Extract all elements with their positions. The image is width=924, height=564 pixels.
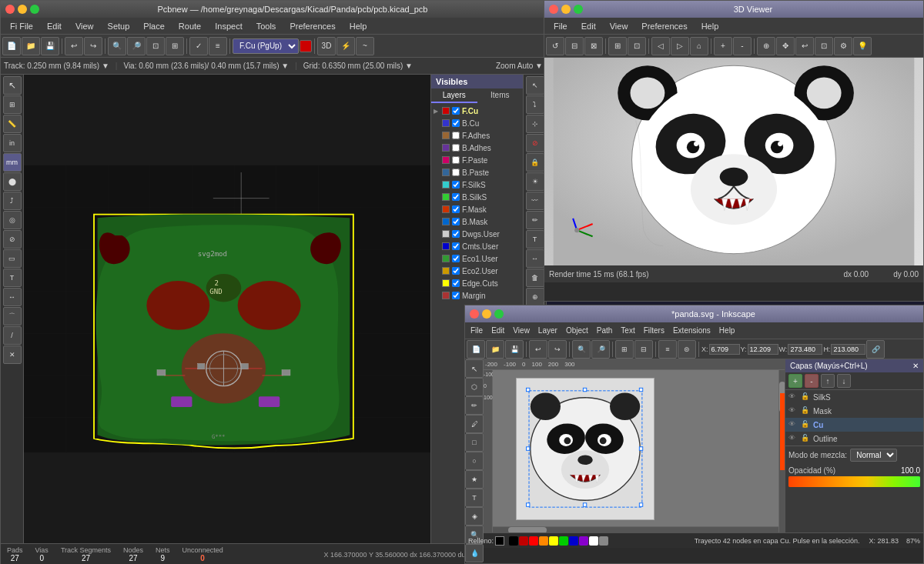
grid-tool[interactable]: ⊞: [3, 95, 22, 114]
ink-menu-extensions[interactable]: Extensions: [669, 325, 715, 336]
netlist-button[interactable]: ≡: [209, 37, 227, 55]
ink-star-tool[interactable]: ★: [465, 470, 484, 489]
3d-view-btn[interactable]: 3D: [317, 37, 336, 55]
3d-axes-btn[interactable]: ⊕: [757, 37, 775, 55]
layer-mask[interactable]: 👁 🔓 Mask: [785, 404, 923, 418]
inkscape-maximize[interactable]: [494, 309, 504, 319]
layer-check-bcu[interactable]: [452, 119, 460, 127]
add-layer-btn[interactable]: +: [788, 374, 802, 388]
scrollbar-horizontal[interactable]: [493, 526, 778, 532]
layer-silks-eye[interactable]: 👁: [788, 392, 798, 402]
viewer3d-menu-preferences[interactable]: Preferences: [635, 20, 693, 32]
via-info[interactable]: Via: 0.60 mm (23.6 mils)/ 0.40 mm (15.7 …: [123, 62, 289, 70]
drawing-area[interactable]: [493, 370, 785, 532]
fan-tool[interactable]: ⊹: [526, 115, 544, 133]
layer-check-fpaste[interactable]: [452, 156, 460, 164]
layer-check-margin[interactable]: [452, 292, 460, 299]
3d-left-btn[interactable]: ◁: [651, 37, 670, 55]
layer-check-fcu[interactable]: [452, 107, 460, 115]
3d-pan-btn[interactable]: ✥: [776, 37, 795, 55]
zoom-in-button[interactable]: 🔍: [108, 37, 126, 55]
zoom-info[interactable]: Zoom Auto ▼: [496, 62, 543, 70]
zoom-out-button[interactable]: 🔎: [127, 37, 146, 55]
viewer3d-maximize[interactable]: [574, 5, 583, 14]
tab-items[interactable]: Items: [477, 88, 524, 103]
inkscape-minimize[interactable]: [482, 309, 491, 319]
viewer3d-menu-edit[interactable]: Edit: [575, 20, 602, 32]
layer-cu-lock[interactable]: 🔓: [801, 420, 810, 429]
layer-selector[interactable]: F.Cu (PgUp): [233, 38, 299, 54]
ink-node-tool[interactable]: ⬡: [465, 378, 484, 396]
layer-check-cmtsuser[interactable]: [452, 242, 460, 250]
layer-eco2user[interactable]: Eco2.User: [431, 265, 523, 277]
move-layer-up-btn[interactable]: ↑: [821, 374, 835, 388]
color-black[interactable]: [509, 536, 518, 546]
color-white[interactable]: [589, 536, 598, 546]
layers-panel-close[interactable]: ✕: [912, 362, 919, 370]
ratsnest-btn[interactable]: ~: [356, 37, 374, 55]
blend-mode-select[interactable]: Normal: [850, 449, 897, 462]
ink-menu-layer[interactable]: Layer: [534, 325, 561, 336]
ink-menu-path[interactable]: Path: [593, 325, 617, 336]
viewer3d-menu-help[interactable]: Help: [695, 20, 725, 32]
ink-ellipse-tool[interactable]: ○: [465, 452, 484, 470]
layer-dwgsuser[interactable]: Dwgs.User: [431, 228, 523, 240]
inkscape-canvas[interactable]: -200 -100 0 100 200 300 -100 0 100: [484, 359, 785, 532]
opacity-bar[interactable]: [788, 476, 920, 487]
arc-tool[interactable]: ⌒: [3, 307, 22, 325]
line-tool[interactable]: /: [3, 326, 22, 345]
ink-lock-aspect-btn[interactable]: 🔗: [866, 340, 885, 359]
layer-bpaste[interactable]: B.Paste: [431, 166, 523, 179]
layer-outline[interactable]: 👁 🔓 Outline: [785, 432, 923, 446]
layer-check-bsilks[interactable]: [452, 193, 460, 201]
ink-undo-btn[interactable]: ↩: [529, 340, 547, 359]
color-gray[interactable]: [599, 536, 608, 546]
via-tool[interactable]: ◎: [3, 211, 22, 229]
redo-button[interactable]: ↪: [84, 37, 102, 55]
layer-color-btn[interactable]: [300, 40, 312, 52]
layer-check-fmask[interactable]: [452, 205, 460, 213]
ink-ungroup-btn[interactable]: ⊟: [634, 340, 653, 359]
layer-check-badhes[interactable]: [452, 144, 460, 152]
scrollbar-thumb-h[interactable]: [508, 527, 547, 532]
3d-zoomin-btn[interactable]: +: [714, 37, 732, 55]
ink-dropper-tool[interactable]: 💧: [465, 544, 484, 562]
3d-light-btn[interactable]: 💡: [853, 37, 872, 55]
ink-menu-file[interactable]: File: [467, 325, 487, 336]
route-tool[interactable]: ⊘: [3, 230, 22, 249]
ink-group-btn[interactable]: ⊞: [615, 340, 634, 359]
3d-top-btn[interactable]: ⊞: [608, 37, 627, 55]
menu-setup[interactable]: Setup: [102, 20, 136, 32]
layer-cmtsuser[interactable]: Cmts.User: [431, 240, 523, 252]
layer-fcu[interactable]: ▶ F.Cu: [431, 105, 523, 117]
color-orange[interactable]: [539, 536, 548, 546]
snap-tool[interactable]: ⊕: [526, 288, 544, 306]
viewer3d-close[interactable]: [549, 5, 558, 14]
trash-tool[interactable]: 🗑: [526, 269, 544, 287]
select-tool[interactable]: ↖: [3, 76, 22, 95]
menu-place[interactable]: Place: [137, 20, 171, 32]
measure-tool[interactable]: in: [3, 134, 22, 152]
grid-info[interactable]: Grid: 0.6350 mm (25.00 mils) ▼: [303, 62, 413, 70]
ink-menu-help[interactable]: Help: [715, 325, 739, 336]
x-input[interactable]: [709, 344, 740, 355]
viewer3d-canvas[interactable]: [544, 58, 923, 265]
ink-new-btn[interactable]: 📄: [467, 340, 485, 359]
3d-config-btn[interactable]: ⚙: [834, 37, 852, 55]
layer-check-bmask[interactable]: [452, 218, 460, 225]
ink-menu-text[interactable]: Text: [617, 325, 638, 336]
ink-align-btn[interactable]: ≡: [658, 340, 677, 359]
menu-help[interactable]: Help: [343, 20, 373, 32]
layer-mask-lock[interactable]: 🔓: [801, 406, 810, 415]
ink-dist-btn[interactable]: ⊜: [678, 340, 696, 359]
3d-home-btn[interactable]: ⌂: [690, 37, 708, 55]
h-input[interactable]: [831, 344, 865, 355]
menu-edit[interactable]: Edit: [41, 20, 68, 32]
new-button[interactable]: 📄: [2, 37, 21, 55]
ink-save-btn[interactable]: 💾: [505, 340, 524, 359]
color-green[interactable]: [559, 536, 568, 546]
route-right-tool[interactable]: ⤵: [526, 95, 544, 114]
layer-fpaste[interactable]: F.Paste: [431, 154, 523, 166]
layer-cu[interactable]: 👁 🔓 Cu: [785, 418, 923, 432]
viewer3d-minimize[interactable]: [561, 5, 571, 14]
